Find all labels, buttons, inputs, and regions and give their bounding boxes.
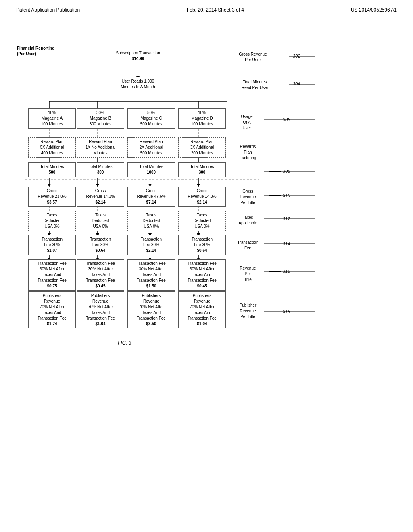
gross-revenue-d-box: Gross Revenue 14.3% $2.14 <box>178 187 226 207</box>
ref-314: 314 <box>269 241 290 246</box>
total-minutes-read-label: Total Minutes Read Per User <box>233 79 277 91</box>
usage-of-user-label: Usage Of A User <box>233 114 261 131</box>
publishers-revenue-b-box: Publishers Revenue 70% Net After Taxes A… <box>77 291 124 328</box>
gross-revenue-c-box: Gross Revenue 47.6% $7.14 <box>127 187 175 207</box>
revenue-per-title-d-box: Transaction Fee 30% Net After Taxes And … <box>178 259 226 291</box>
gross-revenue-per-title-label: Gross Revenue Per Title <box>233 189 263 206</box>
gross-revenue-per-user-label: Gross Revenue Per User <box>233 52 273 63</box>
ref-316: 316 <box>269 269 290 274</box>
taxes-b-box: Taxes Deducted USA 0% <box>77 211 124 231</box>
total-minutes-c-box: Total Minutes 1000 <box>127 162 175 177</box>
user-reads-box: User Reads 1,000 Minutes In A Month <box>96 77 180 91</box>
taxes-c-box: Taxes Deducted USA 0% <box>127 211 175 231</box>
subscription-transaction-box: Subscription Transaction $14.99 <box>96 49 180 63</box>
transaction-fee-label: Transaction Fee <box>233 240 263 251</box>
fig-caption: FIG. 3 <box>118 340 131 347</box>
publishers-revenue-c-box: Publishers Revenue 70% Net After Taxes A… <box>127 291 175 328</box>
ref-306: 306 <box>269 117 290 122</box>
taxes-a-box: Taxes Deducted USA 0% <box>28 211 76 231</box>
diagram-title: Financial Reporting (Per User) <box>17 46 54 57</box>
transaction-fee-c-box: Transaction Fee 30% $2.14 <box>127 235 175 255</box>
magazine-a-box: 10% Magazine A 100 Minutes <box>28 108 76 129</box>
reward-plan-c-box: Reward Plan 2X Additional 500 Minutes <box>127 137 175 158</box>
reward-plan-b-box: Reward Plan 1X No Additional Minutes <box>77 137 124 158</box>
magazine-c-box: 50% Magazine C 500 Minutes <box>127 108 175 129</box>
magazine-b-box: 30% Magazine B 300 Minutes <box>77 108 124 129</box>
gross-revenue-a-box: Gross Revenue 23.8% $3.57 <box>28 187 76 207</box>
publisher-revenue-per-title-label: Publisher Revenue Per Title <box>233 303 263 320</box>
taxes-applicable-label: Taxes Applicable <box>233 215 263 226</box>
gross-revenue-b-box: Gross Revenue 14.3% $2.14 <box>77 187 124 207</box>
rewards-plan-factoring-label: Rewards Plan Factoring <box>233 144 263 161</box>
magazine-d-box: 10% Magazine D 100 Minutes <box>178 108 226 129</box>
reward-plan-a-box: Reward Plan 5X Additional 400 Minutes <box>28 137 76 158</box>
header-center: Feb. 20, 2014 Sheet 3 of 4 <box>187 7 244 13</box>
header-left: Patent Application Publication <box>16 7 80 13</box>
transaction-fee-d-box: Transaction Fee 30% $0.64 <box>178 235 226 255</box>
revenue-per-title-a-box: Transaction Fee 30% Net After Taxes And … <box>28 259 76 291</box>
ref-318: 318 <box>269 309 290 314</box>
revenue-per-title-label: Revenue Per Title <box>233 266 263 283</box>
ref-302: 302 <box>279 54 300 58</box>
diagram-wrapper: Financial Reporting (Per User) Subscript… <box>13 29 400 497</box>
revenue-per-title-b-box: Transaction Fee 30% Net After Taxes And … <box>77 259 124 291</box>
total-minutes-b-box: Total Minutes 300 <box>77 162 124 177</box>
publishers-revenue-a-box: Publishers Revenue 70% Net After Taxes A… <box>28 291 76 328</box>
transaction-fee-a-box: Transaction Fee 30% $1.07 <box>28 235 76 255</box>
header-right: US 2014/0052596 A1 <box>351 7 397 13</box>
ref-312: 312 <box>269 216 290 221</box>
transaction-fee-b-box: Transaction Fee 30% $0.64 <box>77 235 124 255</box>
reward-plan-d-box: Reward Plan 3X Additional 200 Minutes <box>178 137 226 158</box>
total-minutes-a-box: Total Minutes 500 <box>28 162 76 177</box>
taxes-d-box: Taxes Deducted USA 0% <box>178 211 226 231</box>
diagram-area: Financial Reporting (Per User) Subscript… <box>0 17 413 505</box>
ref-310: 310 <box>269 193 290 198</box>
ref-304: 304 <box>279 81 300 86</box>
total-minutes-d-box: Total Minutes 300 <box>178 162 226 177</box>
ref-308: 308 <box>269 169 290 174</box>
publishers-revenue-d-box: Publishers Revenue 70% Net After Taxes A… <box>178 291 226 328</box>
revenue-per-title-c-box: Transaction Fee 30% Net After Taxes And … <box>127 259 175 291</box>
page-header: Patent Application Publication Feb. 20, … <box>0 0 413 17</box>
